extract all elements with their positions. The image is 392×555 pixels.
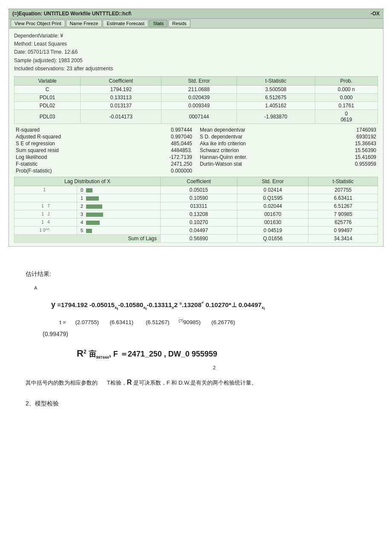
sum-coef: 0.56890 <box>160 234 237 242</box>
cell-var: PDL03 <box>14 109 81 124</box>
cell-var: PDL02 <box>14 101 81 109</box>
stat-label: Sum squared resid <box>16 147 59 153</box>
stat-row-left: S E of regression485.0445 <box>14 140 194 147</box>
stat-label: Prob(F-statistic) <box>16 168 52 174</box>
cell-prob: 0.1761 <box>315 101 378 109</box>
right-stats: Mean dependentvar1746093S D. dependentva… <box>198 127 378 174</box>
lag-bar-cell: 1 <box>77 194 160 202</box>
cell-coef: 0.013137 <box>81 101 161 109</box>
toolbar-resids[interactable]: Resids <box>168 20 190 27</box>
lag-bar-cell: 2 <box>77 202 160 210</box>
left-stats: R-squared0.997444Adjusted R-squared0.997… <box>14 127 194 174</box>
lag-t-val: 6.63411 <box>308 194 378 202</box>
toolbar-estimate-forecast[interactable]: Estimate Forecast <box>103 20 148 27</box>
lag-distribution-section: Lag Distribution of X Coefficient Std. E… <box>14 177 378 243</box>
stat-row-right: Hannan-Quinn enter.15.41609 <box>198 154 378 161</box>
col-tstat: t-Statistic <box>236 76 315 85</box>
stat-value: 4484853. <box>171 147 192 153</box>
text-content: 估计结果: A y =1794.192 -0.05015xt-0.10580xt… <box>9 259 383 418</box>
window-title: (=)Equation: UNTITLED Workfile UNTTTLED:… <box>12 11 131 17</box>
stat-row-left: Log likelihood-172.7139 <box>14 154 194 161</box>
stats-table: Variable Coefficient Std. Error t-Statis… <box>14 76 378 124</box>
stat-value: 0.000000 <box>171 168 192 174</box>
label-a: A <box>34 283 366 293</box>
lag-se-header: Std. Error <box>237 177 308 186</box>
stat-value: 0.997040 <box>171 134 192 140</box>
lag-coef-val: 0.10270 <box>160 218 237 226</box>
cell-coef: -0.014173 <box>81 109 161 124</box>
lag-left-label: 1 0^^ <box>14 226 77 234</box>
lag-t-header: t-Statistic <box>308 177 378 186</box>
window-close[interactable]: -OX <box>371 11 380 17</box>
equation-window: (=)Equation: UNTITLED Workfile UNTTTLED:… <box>9 9 383 247</box>
toolbar-stats[interactable]: Stats <box>149 20 167 27</box>
stat-row-left: Adjusted R-squared0.997040 <box>14 133 194 140</box>
toolbar-view-proc[interactable]: View Proc Object Print <box>11 20 65 27</box>
table-row: PDL01 0.133113 0.020439 6.512675 0.000 <box>14 93 378 101</box>
lag-se-val: 0 04519 <box>237 226 308 234</box>
r-squared-formula: R2 亩997444, F ＝2471_250 , DW_0 955959 <box>77 344 366 363</box>
results-label: 估计结果: <box>26 268 366 280</box>
lag-t-val: 207755 <box>308 186 378 194</box>
sum-se: Q.01656 <box>237 234 308 242</box>
stat-value: 15.36643 <box>355 141 376 147</box>
cell-se: 211.0688 <box>161 85 237 93</box>
stat-label: Adjusted R-squared <box>16 134 61 140</box>
lag-table: Lag Distribution of X Coefficient Std. E… <box>14 177 378 243</box>
stat-value: 0.955959 <box>355 161 376 167</box>
stat-value: 485.0445 <box>171 141 192 147</box>
lag-se-val: 0.Q1595 <box>237 194 308 202</box>
cell-t: 1.405162 <box>236 101 315 109</box>
lag-left-label: 1 <box>14 186 77 194</box>
stat-label: S E of regression <box>16 141 55 147</box>
lag-dist-header: Lag Distribution of X <box>14 177 161 186</box>
lag-bar-cell: 3 <box>77 210 160 218</box>
cell-prob: 0.000 n <box>315 85 378 93</box>
lag-bar <box>86 229 92 233</box>
meta-line5: Included observations: 23 after adjustme… <box>14 65 378 73</box>
sum-of-lags-label: Sum of Lags <box>14 234 161 242</box>
lag-bar-cell: 4 <box>77 218 160 226</box>
lag-t-val: 625776 <box>308 218 378 226</box>
lag-bar <box>86 221 100 225</box>
lag-row: 1 4 4 0.10270 001630 625776 <box>14 218 378 226</box>
lag-row: 1 J 3 0.13208 001670 7 90985 <box>14 210 378 218</box>
stat-value: 6930192 <box>356 134 376 140</box>
stat-row-left: F-statistic2471.250 <box>14 161 194 167</box>
stat-label: Aka ike info criterion <box>200 141 246 147</box>
lag-bar <box>86 204 102 209</box>
description: 其中括号内的数为相应参数的 T检验，R 是可决系数，F 和 D.W.是有关的两个… <box>26 377 366 389</box>
lag-coef-val: 0.10590 <box>160 194 237 202</box>
cell-coef: 0.133113 <box>81 93 161 101</box>
stat-label: R-squared <box>16 127 40 133</box>
stat-row-left: Prob(F-statistic)0.000000 <box>14 167 194 174</box>
lag-bar-cell: 5 <box>77 226 160 234</box>
stat-label: Hannan-Quinn enter. <box>200 154 247 160</box>
stat-row-left: R-squared0.997444 <box>14 127 194 133</box>
lag-t-val: 0 99497 <box>308 226 378 234</box>
sum-t: 34.3414 <box>308 234 378 242</box>
lag-row: 1 0 0.05015 0 02414 207755 <box>14 186 378 194</box>
t-values-line2: (0.99479) <box>43 328 366 340</box>
cell-prob: 0 0619 <box>315 109 378 124</box>
r-sup2: 2 <box>213 363 366 372</box>
meta-line1: DependentVariable: ¥ <box>14 32 378 40</box>
lag-row: 1 0^^ 5 0.04497 0 04519 0 99497 <box>14 226 378 234</box>
table-row: PDL02 0.013137 0.009349 1.405162 0.1761 <box>14 101 378 109</box>
lag-t-val: 6.51267 <box>308 202 378 210</box>
bottom-stats: R-squared0.997444Adjusted R-squared0.997… <box>14 127 378 174</box>
cell-coef: 1794.192 <box>81 85 161 93</box>
cell-t: 3.500508 <box>236 85 315 93</box>
stat-value: 15.56390 <box>355 147 376 153</box>
stat-row-right: Aka ike info criterion15.36643 <box>198 140 378 147</box>
lag-coef-val: 0.05015 <box>160 186 237 194</box>
stat-value: 0.997444 <box>171 127 192 133</box>
cell-se: 0.020439 <box>161 93 237 101</box>
col-coefficient: Coefficient <box>81 76 161 85</box>
toolbar-name-freeze[interactable]: Name Freeze <box>66 20 102 27</box>
lag-coef-val: 0.13208 <box>160 210 237 218</box>
lag-coef-val: 013311 <box>160 202 237 210</box>
stat-row-left: Sum squared resid4484853. <box>14 147 194 154</box>
col-stderr: Std. Error <box>161 76 237 85</box>
lag-bar-cell: 0 <box>77 186 160 194</box>
